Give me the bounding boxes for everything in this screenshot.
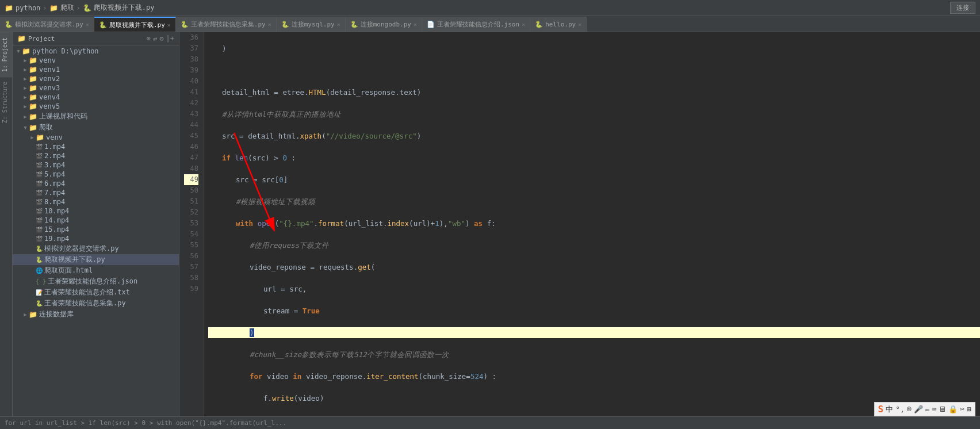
venv4-icon: 📁 xyxy=(29,93,37,101)
ime-voice[interactable]: 🎤 xyxy=(914,405,923,413)
venv5-icon: 📁 xyxy=(29,102,37,110)
crawl-arrow: ▼ xyxy=(22,125,29,131)
project-collapse-icon[interactable]: |+ xyxy=(166,35,174,43)
ln-45: 45 xyxy=(184,131,198,141)
crawl-label: 爬取 xyxy=(39,122,53,132)
tab-2-close[interactable]: ✕ xyxy=(268,21,271,28)
tree-crawl-venv[interactable]: ▶ 📁 venv xyxy=(13,133,179,142)
tree-venv2[interactable]: ▶ 📁 venv2 xyxy=(13,74,179,83)
ime-keyboard[interactable]: ⌨ xyxy=(932,405,937,413)
simulate-py-label: 模拟浏览器提交请求.py xyxy=(44,244,119,254)
tree-19mp4[interactable]: 🎬 19.mp4 xyxy=(13,234,179,243)
tree-db-folder[interactable]: ▶ 📁 连接数据库 xyxy=(13,309,179,320)
tab-5[interactable]: 📄 王者荣耀技能信息介绍.json ✕ xyxy=(422,17,530,32)
crawl-html-icon: 🌐 xyxy=(36,267,43,274)
tree-5mp4[interactable]: 🎬 5.mp4 xyxy=(13,170,179,179)
tab-4-close[interactable]: ✕ xyxy=(414,21,417,28)
breadcrumb-crawl[interactable]: 爬取 xyxy=(60,3,74,13)
venv-label: venv xyxy=(39,56,56,64)
tree-1mp4[interactable]: 🎬 1.mp4 xyxy=(13,142,179,151)
tab-0[interactable]: 🐍 模拟浏览器提交请求.py ✕ xyxy=(0,17,94,32)
tree-venv3[interactable]: ▶ 📁 venv3 xyxy=(13,83,179,93)
10mp4-label: 10.mp4 xyxy=(44,207,69,215)
ln-36: 36 xyxy=(184,32,198,43)
ime-screen[interactable]: 🖥 xyxy=(939,405,946,413)
tab-1-close[interactable]: ✕ xyxy=(167,22,171,28)
tree-skills-collect-py[interactable]: 🐍 王者荣耀技能信息采集.py xyxy=(13,298,179,309)
ime-chinese[interactable]: 中 xyxy=(886,404,893,415)
tree-3mp4[interactable]: 🎬 3.mp4 xyxy=(13,160,179,170)
ime-toolbar: S 中 °, ☺ 🎤 ✏ ⌨ 🖥 🔒 ✂ ⊞ xyxy=(874,402,975,416)
tree-6mp4[interactable]: 🎬 6.mp4 xyxy=(13,179,179,188)
classroom-icon: 📁 xyxy=(29,113,37,121)
tab-3[interactable]: 🐍 连接mysql.py ✕ xyxy=(277,17,346,32)
title-bar: 📁 python › 📁 爬取 › 🐍 爬取视频并下载.py 连接 xyxy=(0,0,980,16)
tab-3-close[interactable]: ✕ xyxy=(337,21,340,28)
tree-classroom[interactable]: ▶ 📁 上课视屏和代码 xyxy=(13,111,179,122)
project-icon: 📁 xyxy=(17,35,26,43)
tree-crawl-html[interactable]: 🌐 爬取页面.html xyxy=(13,265,179,276)
code-content[interactable]: ) detail_html = etree.HTML(detail_respon… xyxy=(204,32,980,416)
ime-emoji[interactable]: ☺ xyxy=(907,405,912,413)
tree-venv1[interactable]: ▶ 📁 venv1 xyxy=(13,65,179,74)
venv5-arrow: ▶ xyxy=(22,104,29,109)
1mp4-label: 1.mp4 xyxy=(44,143,65,151)
ln-59: 59 xyxy=(184,284,198,294)
root-folder-icon: 📁 xyxy=(22,47,30,55)
code-line-43: #根据视频地址下载视频 xyxy=(208,196,980,207)
project-add-icon[interactable]: ⊕ xyxy=(147,35,151,43)
venv4-arrow: ▶ xyxy=(22,94,29,100)
tree-10mp4[interactable]: 🎬 10.mp4 xyxy=(13,206,179,216)
tab-1[interactable]: 🐍 爬取视频并下载.py ✕ xyxy=(94,17,176,32)
project-settings-icon[interactable]: ⚙ xyxy=(159,35,163,43)
tree-root[interactable]: ▼ 📁 python D:\python xyxy=(13,47,179,56)
project-panel: 📁 Project ⊕ ⇄ ⚙ |+ ▼ 📁 python D:\python … xyxy=(13,32,179,416)
tree-7mp4[interactable]: 🎬 7.mp4 xyxy=(13,188,179,197)
tree-14mp4[interactable]: 🎬 14.mp4 xyxy=(13,216,179,225)
classroom-arrow: ▶ xyxy=(22,114,29,120)
tab-1-label: 爬取视频并下载.py xyxy=(109,21,165,29)
ln-43: 43 xyxy=(184,109,198,120)
venv3-arrow: ▶ xyxy=(22,85,29,91)
ime-cut[interactable]: ✂ xyxy=(960,405,964,413)
rail-project[interactable]: 1: Project xyxy=(0,32,12,76)
status-breadcrumb: for url in url_list > if len(src) > 0 > … xyxy=(5,419,286,427)
tab-5-label: 王者荣耀技能信息介绍.json xyxy=(437,20,519,29)
ime-grid[interactable]: ⊞ xyxy=(967,405,971,413)
code-line-38: detail_html = etree.HTML(detail_response… xyxy=(208,87,980,98)
tree-venv[interactable]: ▶ 📁 venv xyxy=(13,56,179,65)
tree-skills-txt[interactable]: 📝 王者荣耀技能信息介绍.txt xyxy=(13,287,179,298)
tab-4-icon: 🐍 xyxy=(350,21,358,28)
tab-0-close[interactable]: ✕ xyxy=(86,21,89,28)
db-folder-icon: 📁 xyxy=(29,311,37,319)
tree-crawl[interactable]: ▼ 📁 爬取 xyxy=(13,122,179,133)
tab-5-close[interactable]: ✕ xyxy=(522,21,525,28)
tab-4[interactable]: 🐍 连接mongodb.py ✕ xyxy=(346,17,422,32)
tree-15mp4[interactable]: 🎬 15.mp4 xyxy=(13,225,179,234)
code-line-37 xyxy=(208,65,980,76)
tab-0-icon: 🐍 xyxy=(5,21,13,28)
rail-structure[interactable]: Z: Structure xyxy=(0,76,12,128)
tab-6-close[interactable]: ✕ xyxy=(578,21,581,28)
connect-button[interactable]: 连接 xyxy=(950,2,975,14)
tree-crawl-video-py[interactable]: 🐍 爬取视频并下载.py xyxy=(13,254,179,265)
tree-skills-json[interactable]: { } 王者荣耀技能信息介绍.json xyxy=(13,276,179,287)
ime-edit[interactable]: ✏ xyxy=(925,405,930,413)
project-sync-icon[interactable]: ⇄ xyxy=(153,35,157,43)
tab-2[interactable]: 🐍 王者荣耀技能信息采集.py ✕ xyxy=(176,17,277,32)
ime-punct[interactable]: °, xyxy=(895,405,905,413)
tree-2mp4[interactable]: 🎬 2.mp4 xyxy=(13,151,179,160)
breadcrumb-python[interactable]: python xyxy=(16,4,40,12)
ln-53: 53 xyxy=(184,218,198,229)
tree-venv5[interactable]: ▶ 📁 venv5 xyxy=(13,102,179,111)
tab-bar: 🐍 模拟浏览器提交请求.py ✕ 🐍 爬取视频并下载.py ✕ 🐍 王者荣耀技能… xyxy=(0,16,980,32)
tree-8mp4[interactable]: 🎬 8.mp4 xyxy=(13,197,179,206)
editor: 36 37 38 39 40 41 42 43 44 45 46 47 48 4… xyxy=(179,32,980,416)
tab-6[interactable]: 🐍 hello.py ✕ xyxy=(530,17,587,32)
ime-lock[interactable]: 🔒 xyxy=(948,405,958,413)
tree-simulate-py[interactable]: 🐍 模拟浏览器提交请求.py xyxy=(13,243,179,254)
breadcrumb-file[interactable]: 爬取视频并下载.py xyxy=(94,3,155,13)
ln-38: 38 xyxy=(184,54,198,65)
crawl-venv-label: venv xyxy=(46,133,63,141)
tree-venv4[interactable]: ▶ 📁 venv4 xyxy=(13,93,179,102)
